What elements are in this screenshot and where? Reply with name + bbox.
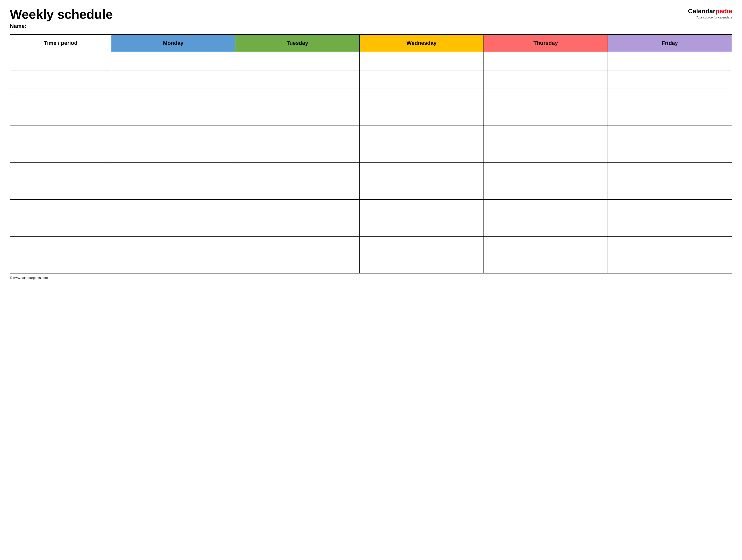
schedule-cell[interactable] <box>483 181 607 200</box>
copyright-text: © www.calendarpedia.com <box>10 276 48 280</box>
time-cell[interactable] <box>10 236 111 255</box>
time-cell[interactable] <box>10 144 111 162</box>
schedule-cell[interactable] <box>360 70 483 89</box>
schedule-cell[interactable] <box>360 107 483 125</box>
page-title: Weekly schedule <box>10 7 113 21</box>
header-monday: Monday <box>111 35 235 52</box>
schedule-cell[interactable] <box>608 70 732 89</box>
schedule-cell[interactable] <box>608 52 732 70</box>
schedule-cell[interactable] <box>111 200 235 218</box>
schedule-cell[interactable] <box>608 255 732 273</box>
table-row <box>10 70 732 89</box>
table-row <box>10 125 732 144</box>
logo-calendar: Calendar <box>688 7 716 15</box>
schedule-cell[interactable] <box>111 70 235 89</box>
time-cell[interactable] <box>10 125 111 144</box>
table-row <box>10 200 732 218</box>
schedule-cell[interactable] <box>235 162 360 181</box>
schedule-cell[interactable] <box>235 89 360 107</box>
schedule-cell[interactable] <box>235 52 360 70</box>
schedule-cell[interactable] <box>235 70 360 89</box>
schedule-cell[interactable] <box>483 218 607 236</box>
schedule-cell[interactable] <box>235 200 360 218</box>
time-cell[interactable] <box>10 255 111 273</box>
schedule-cell[interactable] <box>360 125 483 144</box>
schedule-cell[interactable] <box>111 236 235 255</box>
schedule-cell[interactable] <box>360 144 483 162</box>
schedule-cell[interactable] <box>608 181 732 200</box>
schedule-cell[interactable] <box>608 144 732 162</box>
header-wednesday: Wednesday <box>360 35 483 52</box>
schedule-cell[interactable] <box>608 125 732 144</box>
schedule-cell[interactable] <box>608 218 732 236</box>
time-cell[interactable] <box>10 70 111 89</box>
schedule-cell[interactable] <box>608 162 732 181</box>
table-row <box>10 181 732 200</box>
header-tuesday: Tuesday <box>235 35 360 52</box>
schedule-cell[interactable] <box>483 200 607 218</box>
schedule-cell[interactable] <box>360 162 483 181</box>
schedule-cell[interactable] <box>483 70 607 89</box>
schedule-cell[interactable] <box>608 107 732 125</box>
table-row <box>10 107 732 125</box>
schedule-cell[interactable] <box>360 255 483 273</box>
schedule-cell[interactable] <box>111 125 235 144</box>
schedule-cell[interactable] <box>360 236 483 255</box>
schedule-cell[interactable] <box>111 144 235 162</box>
schedule-cell[interactable] <box>608 236 732 255</box>
schedule-cell[interactable] <box>111 255 235 273</box>
schedule-cell[interactable] <box>483 144 607 162</box>
schedule-cell[interactable] <box>111 89 235 107</box>
table-row <box>10 89 732 107</box>
table-row <box>10 236 732 255</box>
schedule-cell[interactable] <box>483 89 607 107</box>
schedule-cell[interactable] <box>235 181 360 200</box>
schedule-cell[interactable] <box>360 200 483 218</box>
schedule-cell[interactable] <box>360 218 483 236</box>
time-cell[interactable] <box>10 52 111 70</box>
header-thursday: Thursday <box>483 35 607 52</box>
table-header-row: Time / period Monday Tuesday Wednesday T… <box>10 35 732 52</box>
schedule-cell[interactable] <box>111 107 235 125</box>
name-label: Name: <box>10 23 113 29</box>
logo-pedia: pedia <box>716 7 732 15</box>
logo-section: Calendarpedia Your source for calendars <box>688 7 732 19</box>
page-footer: © www.calendarpedia.com <box>10 276 732 280</box>
schedule-cell[interactable] <box>111 181 235 200</box>
schedule-cell[interactable] <box>235 236 360 255</box>
schedule-cell[interactable] <box>235 144 360 162</box>
time-cell[interactable] <box>10 107 111 125</box>
time-cell[interactable] <box>10 181 111 200</box>
logo-tagline: Your source for calendars <box>696 15 732 19</box>
table-row <box>10 144 732 162</box>
schedule-cell[interactable] <box>235 107 360 125</box>
schedule-cell[interactable] <box>360 89 483 107</box>
schedule-cell[interactable] <box>235 255 360 273</box>
schedule-cell[interactable] <box>111 162 235 181</box>
schedule-cell[interactable] <box>483 255 607 273</box>
header-time: Time / period <box>10 35 111 52</box>
schedule-cell[interactable] <box>483 162 607 181</box>
weekly-schedule-table: Time / period Monday Tuesday Wednesday T… <box>10 34 732 274</box>
schedule-cell[interactable] <box>483 52 607 70</box>
header-friday: Friday <box>608 35 732 52</box>
schedule-cell[interactable] <box>111 52 235 70</box>
logo-text: Calendarpedia <box>688 7 732 15</box>
schedule-cell[interactable] <box>360 52 483 70</box>
schedule-cell[interactable] <box>111 218 235 236</box>
time-cell[interactable] <box>10 89 111 107</box>
schedule-cell[interactable] <box>608 200 732 218</box>
time-cell[interactable] <box>10 200 111 218</box>
table-row <box>10 255 732 273</box>
schedule-cell[interactable] <box>608 89 732 107</box>
schedule-cell[interactable] <box>235 218 360 236</box>
schedule-cell[interactable] <box>235 125 360 144</box>
schedule-cell[interactable] <box>483 236 607 255</box>
schedule-cell[interactable] <box>360 181 483 200</box>
time-cell[interactable] <box>10 162 111 181</box>
time-cell[interactable] <box>10 218 111 236</box>
schedule-cell[interactable] <box>483 125 607 144</box>
schedule-cell[interactable] <box>483 107 607 125</box>
page-header: Weekly schedule Name: Calendarpedia Your… <box>10 7 732 29</box>
title-section: Weekly schedule Name: <box>10 7 113 29</box>
